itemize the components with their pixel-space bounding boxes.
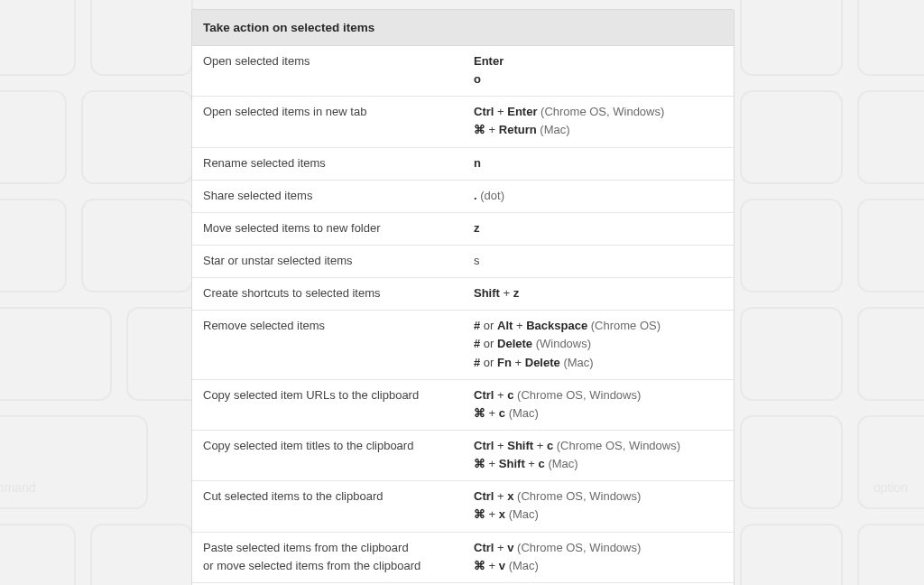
shortcuts-table: Take action on selected items Open selec… xyxy=(192,10,734,585)
shortcut-cell: n xyxy=(463,147,734,180)
table-row: Rename selected itemsn xyxy=(192,147,734,180)
shortcut-cell: . (dot) xyxy=(463,180,734,212)
table-row: Open selected items in new tabCtrl + Ent… xyxy=(192,97,734,147)
action-cell: Share selected items xyxy=(192,180,463,212)
action-cell: Copy selected item URLs to the clipboard xyxy=(192,379,463,430)
action-cell: Star or unstar selected items xyxy=(192,245,463,277)
table-row: Copy selected item titles to the clipboa… xyxy=(192,430,734,480)
shortcut-cell: Ctrl + v (Chrome OS, Windows)⌘ + v (Mac) xyxy=(463,532,734,582)
shortcut-cell: s xyxy=(463,245,734,277)
action-cell: Cut selected items to the clipboard xyxy=(192,481,463,532)
shortcut-cell: Shift + z xyxy=(463,278,734,311)
table-row: Share selected items. (dot) xyxy=(192,180,734,212)
table-row: Create shortcuts to selected itemsShift … xyxy=(192,278,734,311)
table-header: Take action on selected items xyxy=(192,10,734,46)
action-cell: Copy selected item titles to the clipboa… xyxy=(192,430,463,480)
shortcut-cell: # or Alt + Backspace (Chrome OS)# or Del… xyxy=(463,311,734,379)
shortcut-cell: Ctrl + c (Chrome OS, Windows)⌘ + c (Mac) xyxy=(463,379,734,430)
table-row: Open selected itemsEntero xyxy=(192,46,734,97)
action-cell: Paste selected items from the clipboardo… xyxy=(192,532,463,582)
action-cell: Rename selected items xyxy=(192,147,463,180)
bg-key-label: option xyxy=(873,480,908,495)
shortcut-cell: Entero xyxy=(463,46,734,97)
table-row: Copy selected item URLs to the clipboard… xyxy=(192,379,734,430)
action-cell: Move selected items to new folder xyxy=(192,212,463,245)
shortcut-cell: Ctrl + x (Chrome OS, Windows)⌘ + x (Mac) xyxy=(463,481,734,532)
table-row: Cut selected items to the clipboardCtrl … xyxy=(192,481,734,532)
action-cell: Open selected items xyxy=(192,46,463,97)
bg-key-label: command xyxy=(0,480,35,495)
table-row: Star or unstar selected itemss xyxy=(192,245,734,277)
table-row: Move selected items to new folderz xyxy=(192,212,734,245)
shortcuts-table-card: Take action on selected items Open selec… xyxy=(191,9,735,585)
shortcut-cell: Ctrl + Enter (Chrome OS, Windows)⌘ + Ret… xyxy=(463,97,734,147)
shortcut-cell: Ctrl + Shift + c (Chrome OS, Windows)⌘ +… xyxy=(463,430,734,480)
shortcut-cell: z xyxy=(463,212,734,245)
action-cell: Remove selected items xyxy=(192,311,463,379)
action-cell: Create shortcuts to selected items xyxy=(192,278,463,311)
action-cell: Open selected items in new tab xyxy=(192,97,463,147)
table-row: Remove selected items# or Alt + Backspac… xyxy=(192,311,734,379)
table-row: Paste selected items from the clipboardo… xyxy=(192,532,734,582)
